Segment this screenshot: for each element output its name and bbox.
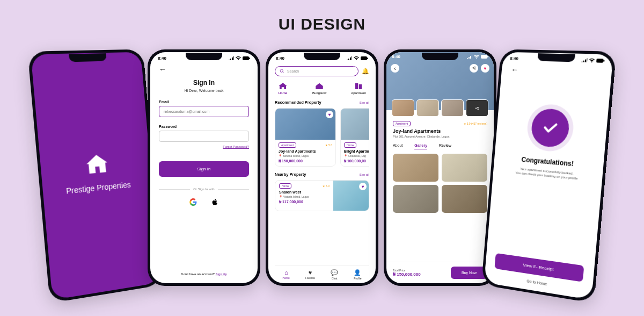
- battery-icon: [243, 56, 250, 60]
- status-icons: [229, 56, 250, 60]
- svg-point-4: [280, 69, 283, 72]
- property-badge: Apartment: [393, 121, 411, 126]
- chat-icon: 💬: [331, 269, 338, 276]
- phone-detail: 8:40 ‹ ♥ +5 Apartment★ 5.0 (457 reviews)…: [384, 49, 496, 286]
- nav-favorite[interactable]: ♥Favorite: [305, 269, 315, 280]
- property-image: ♥: [333, 181, 369, 211]
- google-signin-button[interactable]: [188, 197, 198, 207]
- property-price: ₦ 150,000,000: [279, 159, 332, 163]
- property-rating: ★ 5.0: [323, 184, 330, 188]
- tab-review[interactable]: Review: [439, 143, 451, 149]
- gallery-image[interactable]: [442, 185, 487, 213]
- nav-home[interactable]: ⌂Home: [283, 269, 290, 280]
- svg-line-5: [283, 72, 284, 73]
- heart-icon: ♥: [309, 269, 312, 276]
- check-icon: [540, 118, 559, 137]
- back-button[interactable]: ←: [159, 65, 249, 74]
- property-image: ♥: [341, 109, 369, 140]
- svg-rect-2: [361, 56, 367, 60]
- gallery-thumb[interactable]: [392, 99, 414, 117]
- phone-splash: Prestige Properties: [27, 49, 163, 304]
- property-card[interactable]: ♥ Apartment★ 5.0 Joy-land Apartments 📍 B…: [275, 108, 336, 167]
- apple-icon: [211, 198, 218, 206]
- svg-rect-3: [367, 58, 368, 59]
- favorite-button[interactable]: ♥: [481, 64, 489, 73]
- signin-title: Sign In: [159, 79, 249, 87]
- google-icon: [189, 198, 197, 206]
- property-badge: Home: [344, 142, 356, 148]
- property-name: Shalon west: [279, 190, 330, 194]
- phone-signin: 8:40 ← Sign In Hi Dear, Welcome back Ema…: [148, 49, 260, 286]
- battery-icon: [596, 58, 605, 62]
- nav-profile[interactable]: 👤Profile: [354, 269, 361, 280]
- buy-button[interactable]: Buy Now: [451, 267, 487, 279]
- favorite-button[interactable]: ♥: [359, 183, 367, 190]
- home-icon: [278, 82, 288, 90]
- property-location: 📍 Banana Island, Lagos: [279, 154, 332, 157]
- email-field[interactable]: [159, 106, 249, 117]
- svg-rect-9: [603, 60, 604, 61]
- category-home[interactable]: Home: [278, 82, 288, 95]
- share-button[interactable]: [470, 64, 478, 73]
- status-time: 8:40: [392, 54, 400, 59]
- gallery-image[interactable]: [442, 154, 487, 182]
- tab-about[interactable]: About: [393, 143, 402, 149]
- signal-icon: [581, 58, 587, 62]
- phone-congrats: 8:40 ← Congratulations! Your apartment s…: [481, 49, 617, 304]
- property-badge: Home: [279, 183, 291, 189]
- back-button[interactable]: ←: [511, 65, 602, 77]
- nav-chat[interactable]: 💬Chat: [331, 269, 338, 280]
- status-time: 8:40: [158, 56, 166, 61]
- see-all-nearby[interactable]: See all: [360, 173, 369, 176]
- signup-prompt: Don't have an account? Sign Up: [159, 272, 249, 276]
- svg-rect-7: [487, 56, 488, 58]
- favorite-button[interactable]: ♥: [326, 111, 333, 118]
- brand-name: Prestige Properties: [66, 180, 131, 196]
- see-all-recommended[interactable]: See all: [360, 101, 369, 104]
- svg-rect-1: [249, 58, 250, 59]
- forgot-password-link[interactable]: Forgot Password?: [159, 145, 249, 148]
- property-location: 📍 Obalande, Lag: [344, 154, 369, 157]
- property-rating: ★ 5.0: [325, 143, 332, 147]
- apple-signin-button[interactable]: [210, 197, 219, 207]
- gallery-more[interactable]: +5: [466, 99, 488, 117]
- search-input[interactable]: Search: [275, 66, 358, 76]
- status-time: 8:40: [276, 56, 284, 61]
- category-apartment[interactable]: Apartment: [351, 82, 366, 95]
- property-location: 📍 Victoria Island, Lagos: [279, 195, 330, 198]
- share-icon: [472, 66, 476, 70]
- gallery-image[interactable]: [393, 154, 438, 182]
- gallery-thumb[interactable]: [441, 99, 464, 117]
- nearby-title: Nearby Property: [275, 172, 306, 177]
- category-bungalow[interactable]: Bungalow: [312, 82, 326, 95]
- splash-screen: Prestige Properties: [31, 52, 160, 300]
- notification-icon[interactable]: 🔔: [362, 68, 369, 75]
- search-icon: [280, 69, 284, 74]
- or-divider: Or Sign In with: [159, 188, 249, 191]
- password-field[interactable]: [159, 131, 249, 142]
- signup-link[interactable]: Sign Up: [216, 272, 227, 276]
- nearby-card[interactable]: Home★ 5.0 Shalon west 📍 Victoria Island,…: [275, 180, 369, 211]
- property-image: ♥: [275, 109, 335, 140]
- property-price: ₦ 100,000,00: [344, 159, 369, 163]
- home-icon: ⌂: [284, 269, 288, 276]
- property-address: Plot 301 Araromi Avenue, Obalande, Lagos: [393, 135, 487, 138]
- signin-subtitle: Hi Dear, Welcome back: [159, 89, 249, 92]
- property-name: Joy-land Apartments: [393, 128, 487, 134]
- property-badge: Apartment: [279, 142, 296, 148]
- phone-home: 8:40 Search 🔔 Home Bungalow Apartment Re…: [266, 49, 378, 286]
- signal-icon: [347, 56, 352, 60]
- recommended-title: Recommended Property: [275, 100, 321, 105]
- svg-rect-8: [596, 58, 604, 62]
- wifi-icon: [236, 56, 241, 60]
- gallery-image[interactable]: [393, 185, 438, 213]
- tab-gallery[interactable]: Gallery: [414, 143, 427, 149]
- profile-icon: 👤: [354, 269, 361, 276]
- signin-button[interactable]: Sign In: [159, 161, 249, 177]
- property-price: ₦ 117,000,000: [279, 200, 330, 204]
- property-card[interactable]: ♥ Home Bright Apartm 📍 Obalande, Lag ₦ 1…: [340, 108, 369, 167]
- svg-rect-0: [243, 56, 249, 60]
- gallery-thumb[interactable]: [416, 99, 439, 117]
- total-price: ₦ 150,000,000: [393, 272, 421, 277]
- back-button[interactable]: ‹: [391, 64, 399, 73]
